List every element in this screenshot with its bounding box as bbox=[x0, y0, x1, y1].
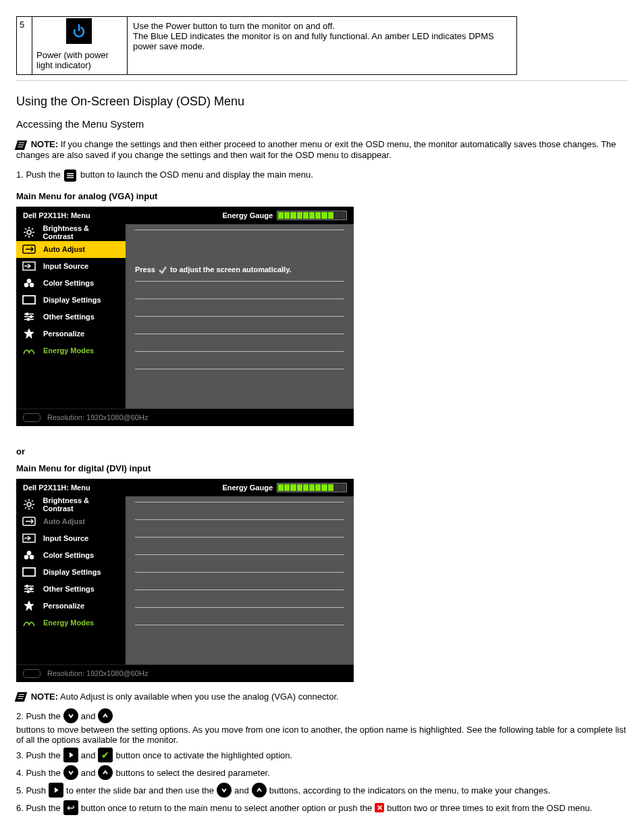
exit-icon bbox=[375, 803, 384, 812]
osd-msg-prefix: Press bbox=[135, 265, 155, 273]
svg-point-51 bbox=[28, 591, 30, 593]
osd-title: Dell P2X11H: Menu bbox=[23, 211, 90, 219]
note-text-2: Auto Adjust is only available when you u… bbox=[60, 692, 339, 702]
svg-point-29 bbox=[27, 502, 31, 506]
down-icon bbox=[63, 708, 78, 723]
arrow-right-icon bbox=[49, 783, 63, 798]
osd-item-input[interactable]: Input Source bbox=[16, 530, 126, 547]
osd-item-label: Personalize bbox=[43, 602, 84, 610]
osd-item-label: Other Settings bbox=[43, 585, 95, 593]
svg-point-50 bbox=[30, 588, 32, 590]
svg-line-12 bbox=[25, 235, 26, 236]
step4c: buttons to select the desired parameter. bbox=[115, 768, 269, 778]
up-icon bbox=[98, 708, 113, 723]
osd-msg-suffix: to adjust the screen automatically. bbox=[170, 265, 292, 273]
osd-item-color[interactable]: Color Settings bbox=[16, 275, 126, 292]
step6c: button two or three times to exit from t… bbox=[387, 803, 592, 813]
osd-item-input[interactable]: Input Source bbox=[16, 258, 126, 275]
note-label: NOTE: bbox=[31, 139, 58, 149]
svg-line-34 bbox=[25, 500, 26, 502]
step5b: to enter the slide bar and then use the bbox=[66, 785, 214, 796]
osd-item-label: Color Settings bbox=[43, 279, 94, 287]
osd-item-other[interactable]: Other Settings bbox=[16, 309, 126, 325]
osd-heading: Using the On-Screen Display (OSD) Menu bbox=[16, 95, 628, 109]
osd-item-label: Input Source bbox=[43, 262, 88, 270]
personalize-icon bbox=[22, 328, 36, 339]
svg-point-49 bbox=[26, 585, 28, 588]
step2b: and bbox=[81, 711, 96, 721]
step5d: buttons, according to the indicators on … bbox=[269, 785, 550, 796]
energy-icon bbox=[22, 618, 36, 627]
row-number: 5 bbox=[17, 17, 32, 32]
autoadjust-icon bbox=[22, 244, 36, 254]
fig2-caption: Main Menu for digital (DVI) input bbox=[16, 463, 628, 473]
step1-suffix: button to launch the OSD menu and displa… bbox=[80, 170, 313, 180]
osd-item-label: Auto Adjust bbox=[43, 245, 85, 253]
brightness-icon bbox=[22, 226, 36, 238]
step3b: and bbox=[81, 750, 96, 760]
step4b: and bbox=[81, 768, 96, 778]
power-button-table: 5 Power (with power light indicator) Use… bbox=[16, 16, 517, 75]
osd-item-energy[interactable]: Energy Modes bbox=[16, 342, 126, 359]
svg-rect-45 bbox=[23, 568, 35, 576]
power-desc: Use the Power button to turn the monitor… bbox=[128, 17, 516, 55]
osd-item-autoadjust[interactable]: Auto Adjust bbox=[16, 241, 126, 258]
osd-menu-dvi: Dell P2X11H: Menu Energy Gauge Brightnes… bbox=[16, 479, 354, 682]
fig1-caption: Main Menu for analog (VGA) input bbox=[16, 191, 628, 201]
osd-item-label: Energy Modes bbox=[43, 619, 94, 627]
osd-item-personalize[interactable]: Personalize bbox=[16, 598, 126, 615]
svg-marker-52 bbox=[24, 601, 34, 610]
osd-item-label: Color Settings bbox=[43, 551, 94, 559]
up-icon bbox=[252, 783, 267, 798]
svg-line-35 bbox=[32, 507, 33, 509]
svg-line-37 bbox=[32, 500, 33, 502]
check-icon bbox=[158, 265, 167, 274]
osd-item-label: Brightness & Contrast bbox=[43, 496, 120, 513]
dell-logo-icon bbox=[23, 669, 41, 678]
svg-point-27 bbox=[28, 319, 30, 321]
svg-point-42 bbox=[24, 555, 28, 559]
step3c: button once to activate the highlighted … bbox=[115, 750, 292, 760]
osd-item-label: Auto Adjust bbox=[43, 517, 85, 525]
resolution-text: Resolution: 1920x1080@60Hz bbox=[47, 413, 148, 421]
svg-point-25 bbox=[26, 313, 28, 315]
step4a: 4. Push the bbox=[16, 768, 61, 778]
osd-item-energy[interactable]: Energy Modes bbox=[16, 615, 126, 631]
brightness-icon bbox=[22, 498, 36, 511]
osd-item-label: Input Source bbox=[43, 534, 88, 542]
osd-title: Dell P2X11H: Menu bbox=[23, 484, 90, 492]
color-icon bbox=[22, 550, 36, 560]
fig2-intro: or bbox=[16, 446, 628, 457]
osd-item-color[interactable]: Color Settings bbox=[16, 547, 126, 564]
step6b: button once to return to the main menu t… bbox=[81, 803, 372, 813]
step3a: 3. Push the bbox=[16, 750, 61, 760]
osd-item-brightness[interactable]: Brightness & Contrast bbox=[16, 496, 126, 513]
step6a: 6. Push the bbox=[16, 803, 61, 813]
personalize-icon bbox=[22, 600, 36, 611]
return-icon bbox=[63, 800, 78, 815]
step5a: 5. Push bbox=[16, 785, 46, 796]
step1-prefix: 1. Push the bbox=[16, 170, 61, 180]
display-icon bbox=[22, 295, 36, 305]
osd-item-personalize[interactable]: Personalize bbox=[16, 325, 126, 342]
osd-item-label: Brightness & Contrast bbox=[43, 224, 120, 240]
menu-icon bbox=[64, 170, 76, 182]
osd-item-autoadjust[interactable]: Auto Adjust bbox=[16, 513, 126, 530]
down-icon bbox=[217, 783, 232, 798]
other-icon bbox=[22, 312, 36, 321]
color-icon bbox=[22, 278, 36, 288]
osd-item-label: Display Settings bbox=[43, 568, 101, 576]
check-icon bbox=[98, 748, 113, 762]
up-icon bbox=[98, 765, 113, 780]
svg-line-13 bbox=[32, 228, 33, 230]
osd-item-display[interactable]: Display Settings bbox=[16, 564, 126, 581]
svg-rect-21 bbox=[23, 296, 35, 304]
arrow-right-icon bbox=[63, 748, 78, 762]
input-icon bbox=[22, 261, 36, 271]
osd-item-other[interactable]: Other Settings bbox=[16, 581, 126, 598]
osd-item-brightness[interactable]: Brightness & Contrast bbox=[16, 224, 126, 241]
osd-item-display[interactable]: Display Settings bbox=[16, 292, 126, 309]
button-cell: Power (with power light indicator) bbox=[32, 17, 128, 75]
osd-subheading: Accessing the Menu System bbox=[16, 118, 628, 130]
osd-item-label: Other Settings bbox=[43, 313, 95, 321]
